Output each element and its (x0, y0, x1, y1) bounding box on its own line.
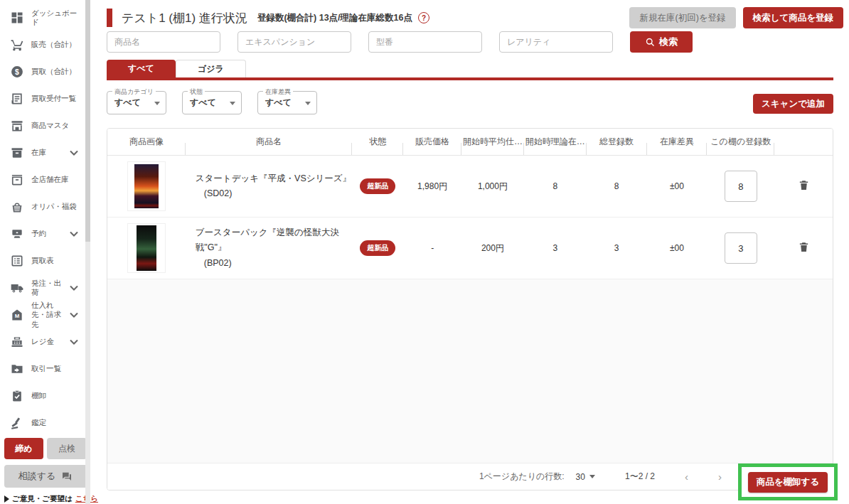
product-name-cell: ブースターパック『逆襲の怪獣大決戦"G"』 (BP02) (186, 225, 353, 271)
cart-icon (10, 38, 24, 52)
sidebar-item-appraisal[interactable]: 鑑定 (0, 409, 84, 436)
shelf-count-input[interactable] (725, 171, 757, 202)
delete-row-button[interactable] (798, 240, 810, 256)
rows-per-page-label: 1ページあたりの行数: (479, 471, 565, 483)
search-button[interactable]: 検索 (630, 31, 693, 53)
receipt-icon (10, 92, 24, 106)
table-row: ブースターパック『逆襲の怪獣大決戦"G"』 (BP02) 超新品 - 200円 … (107, 218, 833, 279)
tab-all[interactable]: すべて (107, 60, 176, 77)
sidebar-item-all-store-stock[interactable]: 全店舗在庫 (0, 166, 84, 193)
total-registered-cell: 3 (587, 243, 647, 253)
column-header-total-registered: 総登録数 (587, 136, 647, 148)
product-name-input[interactable] (107, 31, 220, 53)
sidebar: ダッシュボード 販売（合計） $ 買取（合計） 買取受付一覧 商品マスタ 在庫 (0, 0, 90, 504)
search-register-button[interactable]: 検索して商品を登録 (743, 7, 843, 28)
shelf-count-input[interactable] (725, 232, 757, 264)
new-stock-button[interactable]: 新規在庫(初回)を登録 (629, 7, 735, 28)
sidebar-item-register-cash[interactable]: レジ金 (0, 328, 84, 355)
actions-cell (774, 240, 833, 256)
previous-page-button[interactable]: ‹ (685, 471, 688, 483)
sidebar-item-reservation[interactable]: 予約 (0, 220, 84, 247)
sidebar-item-stock[interactable]: 在庫 (0, 139, 84, 166)
search-row: 検索 (107, 31, 693, 53)
sidebar-item-label: 全店舗在庫 (31, 175, 69, 184)
condition-filter-select[interactable]: 状態 すべて (182, 91, 242, 114)
sidebar-item-purchase-requests[interactable]: 買取受付一覧 (0, 85, 84, 112)
sidebar-item-label: ダッシュボード (31, 9, 84, 27)
inspect-button[interactable]: 点検 (47, 438, 87, 459)
filter-value: すべて (114, 97, 141, 109)
sidebar-item-shipping[interactable]: 発注・出荷 (0, 274, 84, 301)
column-header-avg-purchase: 開始時平均仕… (461, 136, 524, 148)
tab-underline-bar (107, 77, 833, 80)
column-header-shelf-count: この棚の登録数 (707, 136, 774, 148)
rows-per-page-select[interactable]: 30 (576, 472, 595, 482)
stock-diff-filter-select[interactable]: 在庫差異 すべて (257, 91, 317, 114)
condition-cell: 超新品 (352, 178, 403, 194)
page-title: テスト1 (棚1) 進行状況 (122, 10, 247, 26)
column-header-condition: 状態 (352, 136, 403, 148)
scrollbar-thumb[interactable] (85, 0, 90, 242)
expansion-input[interactable] (237, 31, 351, 53)
sidebar-nav: ダッシュボード 販売（合計） $ 買取（合計） 買取受付一覧 商品マスタ 在庫 (0, 4, 84, 436)
next-page-button[interactable]: › (718, 471, 722, 483)
svg-text:$: $ (15, 68, 19, 76)
sidebar-footer: 締め 点検 相談する ご意見・ご要望はこちら (4, 438, 88, 504)
help-icon[interactable]: ? (418, 12, 429, 23)
chevron-down-icon (67, 308, 81, 322)
stock-diff-cell: ±00 (647, 181, 708, 191)
caret-down-icon (589, 475, 595, 478)
sidebar-item-sales[interactable]: 販売（合計） (0, 31, 84, 58)
truck-icon (10, 281, 24, 295)
search-button-label: 検索 (659, 36, 678, 48)
scan-add-button[interactable]: スキャンで追加 (753, 94, 833, 114)
sidebar-item-label: 取引一覧 (31, 364, 61, 373)
gift-icon (10, 200, 24, 214)
actions-cell (774, 178, 833, 194)
consult-button[interactable]: 相談する (4, 465, 87, 488)
sidebar-item-purchase-table[interactable]: 買取表 (0, 247, 84, 274)
tab-bar: すべて ゴジラ (107, 60, 246, 77)
stocktake-products-button[interactable]: 商品を棚卸する (748, 472, 828, 493)
sidebar-item-suppliers[interactable]: M 仕入れ先・請求先 (0, 301, 84, 328)
sidebar-item-transactions[interactable]: 取引一覧 (0, 355, 84, 382)
app-window: ダッシュボード 販売（合計） $ 買取（合計） 買取受付一覧 商品マスタ 在庫 (0, 0, 849, 504)
product-name: ブースターパック『逆襲の怪獣大決戦"G"』 (196, 225, 353, 256)
table-row: スタートデッキ『平成・VSシリーズ』 (SD02) 超新品 1,980円 1,0… (107, 156, 833, 218)
consult-button-label: 相談する (18, 470, 56, 483)
thumbnail-art (137, 225, 156, 271)
folder-arrow-icon (10, 362, 24, 376)
chevron-down-icon (67, 335, 81, 349)
sidebar-item-dashboard[interactable]: ダッシュボード (0, 4, 84, 31)
avg-purchase-cell: 1,000円 (461, 181, 524, 193)
category-filter-select[interactable]: 商品カテゴリ すべて (107, 91, 166, 114)
product-thumbnail (128, 162, 165, 210)
header-buttons: 新規在庫(初回)を登録 検索して商品を登録 (629, 7, 843, 28)
shelf-count-cell (707, 232, 774, 264)
annotation-highlight-box: 商品を棚卸する (738, 463, 838, 500)
sidebar-item-purchase[interactable]: $ 買取（合計） (0, 58, 84, 85)
page-header: テスト1 (棚1) 進行状況 登録数(棚合計) 13点/理論在庫総数16点 ? (107, 6, 429, 30)
rarity-input[interactable] (499, 31, 613, 53)
sidebar-item-oripa[interactable]: オリパ・福袋 (0, 193, 84, 220)
start-stock-cell: 8 (524, 181, 587, 191)
model-number-input[interactable] (368, 31, 482, 53)
main-content: テスト1 (棚1) 進行状況 登録数(棚合計) 13点/理論在庫総数16点 ? … (107, 0, 849, 504)
total-registered-cell: 8 (587, 181, 647, 191)
clipboard-check-icon (10, 389, 24, 403)
sidebar-item-label: 棚卸 (31, 391, 46, 400)
status-badge: 超新品 (360, 240, 395, 256)
delete-row-button[interactable] (798, 178, 810, 194)
sidebar-scrollbar[interactable] (85, 0, 90, 504)
stock-diff-cell: ±00 (647, 243, 708, 253)
sidebar-item-stocktake[interactable]: 棚卸 (0, 382, 84, 409)
close-shift-button[interactable]: 締め (4, 438, 43, 459)
product-name-cell: スタートデッキ『平成・VSシリーズ』 (SD02) (186, 171, 353, 202)
sidebar-item-label: 発注・出荷 (31, 279, 67, 297)
caret-down-icon (305, 102, 311, 105)
sidebar-item-product-master[interactable]: 商品マスタ (0, 112, 84, 139)
filter-label: 在庫差異 (263, 87, 293, 97)
start-stock-cell: 3 (524, 243, 587, 253)
tab-godzilla[interactable]: ゴジラ (176, 60, 246, 77)
trash-icon (798, 240, 810, 254)
